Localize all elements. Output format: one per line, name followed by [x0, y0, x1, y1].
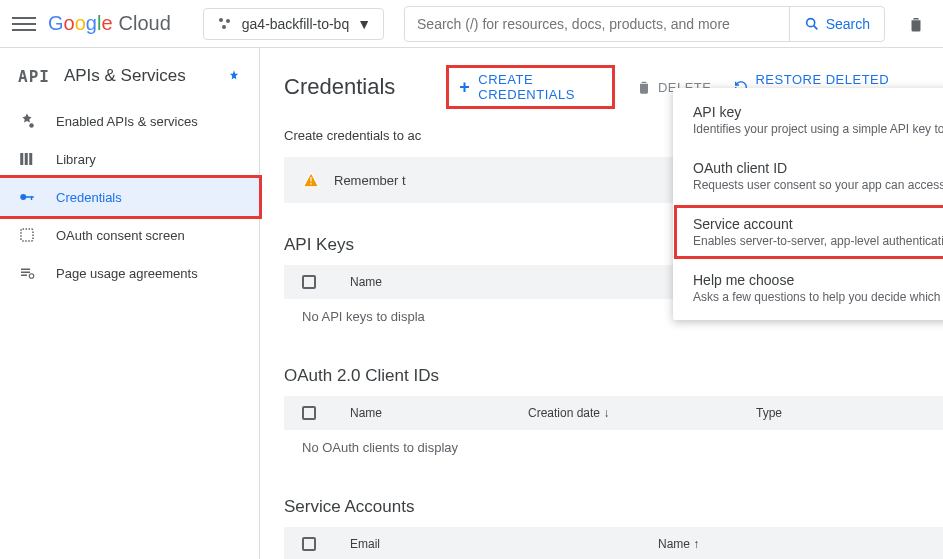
col-email[interactable]: Email [350, 537, 630, 551]
trash-icon [636, 79, 652, 95]
sort-desc-icon: ↓ [603, 406, 609, 420]
top-bar: Google Cloud ga4-backfill-to-bq ▼ Search [0, 0, 943, 48]
svg-rect-8 [29, 153, 32, 165]
svg-point-9 [20, 194, 26, 200]
sort-asc-icon: ↑ [693, 537, 699, 551]
svg-point-3 [806, 18, 814, 26]
sidebar-item-label: Enabled APIs & services [56, 114, 198, 129]
sidebar-item-page-usage[interactable]: Page usage agreements [0, 254, 259, 292]
sidebar-item-credentials[interactable]: Credentials [0, 178, 259, 216]
svg-rect-10 [26, 196, 34, 198]
main-content: Credentials + CREATE CREDENTIALS DELETE … [260, 48, 943, 559]
google-cloud-logo[interactable]: Google Cloud [48, 12, 171, 35]
col-name[interactable]: Name [350, 406, 500, 420]
dropdown-item-subtitle: Requests user consent so your app can ac… [693, 178, 943, 192]
sidebar-header: API APIs & Services [0, 60, 259, 102]
select-all-checkbox[interactable] [302, 275, 316, 289]
dropdown-item-title: API key [693, 104, 943, 120]
dropdown-item-subtitle: Asks a few questions to help you decide … [693, 290, 943, 304]
svg-point-2 [222, 25, 226, 29]
page-title: Credentials [284, 74, 395, 100]
svg-rect-6 [20, 153, 23, 165]
sidebar-item-enabled-apis[interactable]: Enabled APIs & services [0, 102, 259, 140]
topbar-delete-icon[interactable] [907, 15, 931, 33]
dropdown-item-oauth-client[interactable]: OAuth client ID Requests user consent so… [673, 148, 943, 204]
dropdown-item-title: Service account [693, 216, 943, 232]
pin-icon[interactable] [227, 69, 241, 83]
project-icon [216, 15, 234, 33]
dropdown-item-subtitle: Identifies your project using a simple A… [693, 122, 943, 136]
col-name: Name [350, 275, 500, 289]
create-credentials-button[interactable]: + CREATE CREDENTIALS [447, 66, 614, 108]
svg-point-0 [219, 18, 223, 22]
svg-rect-12 [21, 229, 33, 241]
sidebar-title: APIs & Services [64, 66, 186, 86]
service-table-header: Email Name ↑ [284, 527, 943, 559]
dropdown-item-help-me-choose[interactable]: Help me choose Asks a few questions to h… [673, 260, 943, 316]
project-picker[interactable]: ga4-backfill-to-bq ▼ [203, 8, 384, 40]
dropdown-item-title: Help me choose [693, 272, 943, 288]
search-bar: Search [404, 6, 885, 42]
svg-rect-7 [25, 153, 28, 165]
library-icon [18, 150, 38, 168]
svg-line-4 [813, 25, 817, 29]
oauth-empty: No OAuth clients to display [284, 430, 943, 465]
api-icon: API [18, 67, 50, 86]
create-credentials-dropdown: API key Identifies your project using a … [673, 88, 943, 320]
logo-cloud-text: Cloud [119, 12, 171, 35]
sidebar-item-label: Library [56, 152, 96, 167]
svg-rect-11 [31, 196, 33, 200]
project-name: ga4-backfill-to-bq [242, 16, 349, 32]
chevron-down-icon: ▼ [357, 16, 371, 32]
svg-point-13 [29, 274, 34, 279]
logo-google-text: Google [48, 12, 113, 35]
sidebar-item-library[interactable]: Library [0, 140, 259, 178]
sidebar: API APIs & Services Enabled APIs & servi… [0, 48, 260, 559]
key-icon [18, 188, 38, 206]
sidebar-item-oauth-consent[interactable]: OAuth consent screen [0, 216, 259, 254]
dropdown-item-subtitle: Enables server-to-server, app-level auth… [693, 234, 943, 248]
consent-icon [18, 226, 38, 244]
warning-icon [302, 171, 320, 189]
menu-icon[interactable] [12, 12, 36, 36]
plus-icon: + [459, 77, 470, 98]
section-oauth-title: OAuth 2.0 Client IDs [284, 366, 943, 386]
agreements-icon [18, 264, 38, 282]
col-name[interactable]: Name ↑ [658, 537, 699, 551]
select-all-checkbox[interactable] [302, 537, 316, 551]
search-button-label: Search [826, 16, 870, 32]
section-service-accounts-title: Service Accounts [284, 497, 943, 517]
sidebar-item-label: OAuth consent screen [56, 228, 185, 243]
alert-text: Remember t [334, 173, 406, 188]
sidebar-item-label: Page usage agreements [56, 266, 198, 281]
create-credentials-label: CREATE CREDENTIALS [478, 72, 602, 102]
svg-point-5 [29, 123, 34, 128]
sidebar-item-label: Credentials [56, 190, 122, 205]
dropdown-item-api-key[interactable]: API key Identifies your project using a … [673, 92, 943, 148]
col-creation-date[interactable]: Creation date ↓ [528, 406, 728, 420]
oauth-table-header: Name Creation date ↓ Type [284, 396, 943, 430]
search-icon [804, 16, 820, 32]
svg-point-1 [226, 19, 230, 23]
col-type[interactable]: Type [756, 406, 836, 420]
dropdown-item-service-account[interactable]: Service account Enables server-to-server… [673, 204, 943, 260]
search-input[interactable] [405, 16, 789, 32]
select-all-checkbox[interactable] [302, 406, 316, 420]
dropdown-item-title: OAuth client ID [693, 160, 943, 176]
search-button[interactable]: Search [789, 7, 884, 41]
enabled-apis-icon [18, 112, 38, 130]
